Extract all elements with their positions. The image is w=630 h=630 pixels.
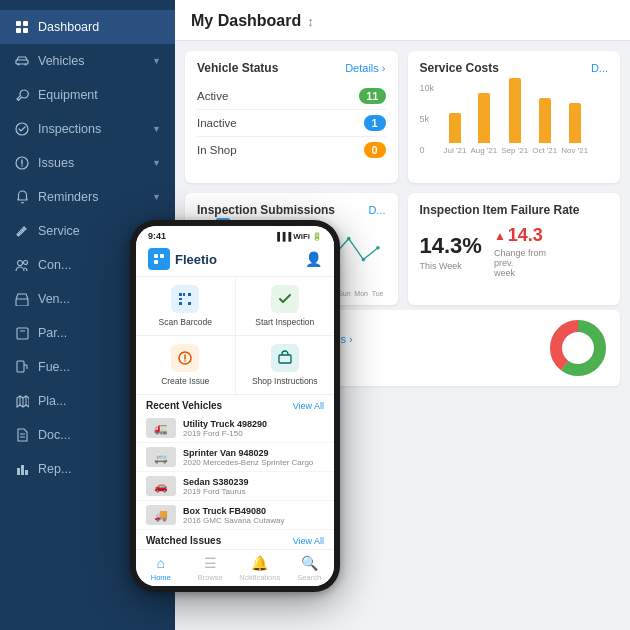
sidebar-item-equipment[interactable]: Equipment: [0, 78, 175, 112]
vehicle-status-title: Vehicle Status: [197, 61, 278, 75]
sidebar-item-dashboard[interactable]: Dashboard: [0, 10, 175, 44]
bar-sep: [509, 78, 521, 143]
bar-group-4: Oct '21: [532, 98, 557, 155]
svg-rect-46: [183, 293, 185, 296]
phone-screen: 9:41 ▐▐▐ WiFi 🔋 Fleetio 👤: [136, 226, 334, 586]
status-row-active: Active 11: [197, 83, 386, 110]
sidebar-label-dashboard: Dashboard: [38, 20, 99, 34]
create-issue-label: Create Issue: [161, 376, 209, 386]
vehicle-info-2: Sprinter Van 948029 2020 Mercedes-Benz S…: [183, 448, 324, 467]
watched-issues-link[interactable]: View All: [293, 536, 324, 546]
sidebar-label-inspections: Inspections: [38, 122, 101, 136]
phone-nav-browse[interactable]: ☰ Browse: [186, 550, 236, 586]
sidebar-label-places: Pla...: [38, 394, 67, 408]
bar-label-aug: Aug '21: [470, 146, 497, 155]
svg-rect-25: [21, 465, 24, 475]
phone-nav-home[interactable]: ⌂ Home: [136, 550, 186, 586]
svg-rect-44: [179, 293, 182, 296]
phone-header: Fleetio 👤: [136, 244, 334, 277]
chevron-down-icon-reminders: ▼: [152, 192, 161, 202]
sidebar-item-reminders[interactable]: Reminders ▼: [0, 180, 175, 214]
vehicle-name-2: Sprinter Van 948029: [183, 448, 324, 458]
up-arrow-icon: ▲: [494, 229, 506, 243]
phone-nav-notifications-label: Notifications: [239, 573, 280, 582]
vehicle-info-4: Box Truck FB49080 2016 GMC Savana Cutawa…: [183, 506, 324, 525]
service-costs-link[interactable]: D...: [591, 62, 608, 74]
sidebar-label-reminders: Reminders: [38, 190, 98, 204]
svg-rect-41: [154, 254, 158, 258]
status-label-inshop: In Shop: [197, 144, 237, 156]
sidebar-item-vehicles[interactable]: Vehicles ▼: [0, 44, 175, 78]
sidebar-label-vendors: Ven...: [38, 292, 70, 306]
bar-oct: [539, 98, 551, 143]
sidebar-label-issues: Issues: [38, 156, 74, 170]
scan-barcode-label: Scan Barcode: [159, 317, 212, 327]
browse-icon: ☰: [204, 555, 217, 571]
bar-group-5: Nov '21: [561, 103, 588, 155]
sort-icon[interactable]: ↕: [307, 14, 314, 29]
svg-point-12: [24, 261, 28, 265]
vehicle-item-2[interactable]: 🚐 Sprinter Van 948029 2020 Mercedes-Benz…: [136, 443, 334, 472]
bar-nov: [569, 103, 581, 143]
vehicle-status-link[interactable]: Details ›: [345, 62, 385, 74]
x-label-mon: Mon: [354, 290, 368, 297]
notifications-icon: 🔔: [251, 555, 268, 571]
svg-point-35: [347, 237, 351, 241]
svg-rect-47: [188, 293, 191, 296]
chevron-down-icon: ▼: [152, 56, 161, 66]
phone-nav-search[interactable]: 🔍 Search: [285, 550, 335, 586]
recent-vehicles-link[interactable]: View All: [293, 401, 324, 411]
search-icon: 🔍: [301, 555, 318, 571]
status-row-inactive: Inactive 1: [197, 110, 386, 137]
status-badge-active: 11: [359, 88, 385, 104]
status-badge-inactive: 1: [364, 115, 386, 131]
sidebar-label-documents: Doc...: [38, 428, 71, 442]
vehicle-status-header: Vehicle Status Details ›: [197, 61, 386, 75]
sidebar-label-vehicles: Vehicles: [38, 54, 85, 68]
grid-start-inspection[interactable]: Start Inspection: [236, 277, 335, 335]
vehicle-thumb-3: 🚗: [146, 476, 176, 496]
sidebar-item-inspections[interactable]: Inspections ▼: [0, 112, 175, 146]
inspection-submissions-title: Inspection Submissions: [197, 203, 335, 217]
bar-group-2: Aug '21: [470, 93, 497, 155]
svg-rect-43: [154, 260, 158, 264]
svg-rect-13: [16, 299, 28, 306]
this-week-value: 14.3%: [420, 233, 482, 259]
vehicle-item-1[interactable]: 🚛 Utility Truck 498290 2019 Ford F-150: [136, 414, 334, 443]
vehicle-item-3[interactable]: 🚗 Sedan S380239 2019 Ford Taurus: [136, 472, 334, 501]
phone-status-right: ▐▐▐ WiFi 🔋: [274, 232, 322, 241]
inspection-submissions-link[interactable]: D...: [368, 204, 385, 216]
vehicle-name-1: Utility Truck 498290: [183, 419, 324, 429]
svg-point-37: [376, 246, 380, 250]
grid-shop-instructions[interactable]: Shop Instructions: [236, 336, 335, 394]
svg-rect-45: [179, 298, 182, 300]
svg-rect-42: [160, 254, 164, 258]
this-week-label: This Week: [420, 261, 482, 271]
bar-label-nov: Nov '21: [561, 146, 588, 155]
profile-icon[interactable]: 👤: [305, 251, 322, 267]
service-costs-header: Service Costs D...: [420, 61, 609, 75]
y-axis-5k: 5k: [420, 114, 442, 124]
svg-point-52: [184, 360, 186, 362]
scan-barcode-icon: [171, 285, 199, 313]
phone-nav-search-label: Search: [297, 573, 321, 582]
check-circle-icon: [14, 121, 30, 137]
app-name: Fleetio: [175, 252, 217, 267]
vehicle-info-3: Sedan S380239 2019 Ford Taurus: [183, 477, 324, 496]
grid-scan-barcode[interactable]: Scan Barcode: [136, 277, 235, 335]
svg-rect-4: [16, 60, 28, 64]
vehicle-thumb-2: 🚐: [146, 447, 176, 467]
phone-status-bar: 9:41 ▐▐▐ WiFi 🔋: [136, 226, 334, 244]
phone-nav-notifications[interactable]: 🔔 Notifications: [235, 550, 285, 586]
svg-rect-3: [23, 28, 28, 33]
bar-label-jul: Jul '21: [444, 146, 467, 155]
issues-donut-chart: [548, 318, 608, 378]
sidebar-item-issues[interactable]: Issues ▼: [0, 146, 175, 180]
svg-rect-1: [23, 21, 28, 26]
wrench-icon: [14, 87, 30, 103]
grid-create-issue[interactable]: Create Issue: [136, 336, 235, 394]
vehicle-item-4[interactable]: 🚚 Box Truck FB49080 2016 GMC Savana Cuta…: [136, 501, 334, 530]
vehicle-sub-1: 2019 Ford F-150: [183, 429, 324, 438]
bar-label-oct: Oct '21: [532, 146, 557, 155]
svg-rect-26: [25, 470, 28, 475]
